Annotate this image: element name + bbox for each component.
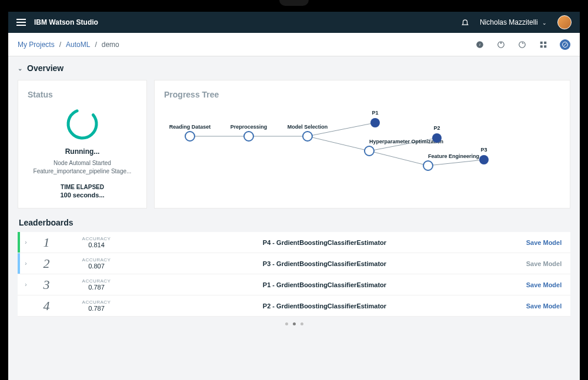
status-panel: Status Running... Node Automal Started F… <box>18 80 147 209</box>
spinner-icon <box>65 106 100 142</box>
svg-point-3 <box>500 42 502 43</box>
grid-icon[interactable] <box>539 40 548 49</box>
svg-line-16 <box>369 151 428 166</box>
accuracy-label: ACCURACY <box>61 300 132 305</box>
svg-point-21 <box>365 146 374 156</box>
breadcrumb: My Projects / AutoML / demo <box>18 41 119 49</box>
svg-point-23 <box>370 118 380 127</box>
save-model-button[interactable]: Save Model <box>517 260 570 267</box>
rank-number: 2 <box>32 256 61 271</box>
status-title: Status <box>28 90 137 99</box>
info-icon[interactable]: i <box>475 40 485 49</box>
node-p2: P2 <box>433 125 440 131</box>
save-model-button[interactable]: Save Model <box>517 239 570 246</box>
stage-line-1: Node Automal Started <box>28 159 137 167</box>
svg-rect-7 <box>540 45 543 48</box>
app-title: IBM Watson Studio <box>34 18 98 26</box>
rank-number: 4 <box>32 298 61 314</box>
running-label: Running... <box>28 147 137 156</box>
leaderboard-row[interactable]: › 4 ACCURACY 0.787 P2 - GrdientBoostingC… <box>18 295 570 317</box>
accuracy-label: ACCURACY <box>61 257 132 263</box>
topbar: IBM Watson Studio Nicholas Mazzitelli ⌄ <box>8 12 580 33</box>
node-feature-eng: Feature Engineering <box>428 153 479 159</box>
svg-rect-8 <box>544 45 546 48</box>
subbar: My Projects / AutoML / demo i <box>8 33 580 56</box>
progress-tree-diagram: Reading Dataset Preprocessing Model Sele… <box>166 104 543 192</box>
model-name: P4 - GrdientBoostingClassifierEstimator <box>132 239 517 246</box>
node-p1: P1 <box>372 110 378 116</box>
avatar[interactable] <box>557 15 572 29</box>
svg-point-19 <box>244 132 253 141</box>
elapsed-value: 100 seconds... <box>28 191 137 199</box>
node-p3: P3 <box>480 147 487 153</box>
expand-icon[interactable]: › <box>20 281 32 288</box>
svg-text:i: i <box>479 42 480 47</box>
notifications-icon[interactable] <box>461 18 469 26</box>
breadcrumb-current: demo <box>102 41 119 49</box>
page-dot[interactable] <box>285 322 288 325</box>
accuracy-value: 0.787 <box>61 284 132 291</box>
user-menu[interactable]: Nicholas Mazzitelli ⌄ <box>480 18 547 26</box>
toolbar: i <box>475 39 570 50</box>
svg-point-22 <box>423 161 433 170</box>
svg-point-10 <box>65 106 100 142</box>
leaderboards-title: Leaderboards <box>19 218 570 227</box>
svg-point-24 <box>432 133 442 143</box>
leaderboard-row[interactable]: › 2 ACCURACY 0.807 P3 - GrdientBoostingC… <box>18 253 570 274</box>
settings-icon[interactable] <box>496 40 506 49</box>
page-dot[interactable] <box>300 322 303 325</box>
stage-line-2: Feature_importance_pipeline Stage... <box>28 167 137 176</box>
model-name: P2 - GrdientBoostingClassifierEstimator <box>132 302 517 310</box>
progress-tree-panel: Progress Tree Reading Dataset <box>154 80 570 209</box>
accuracy-value: 0.787 <box>61 305 132 312</box>
svg-rect-5 <box>540 41 543 43</box>
accuracy-label: ACCURACY <box>61 236 132 241</box>
expand-icon[interactable]: › <box>20 239 32 246</box>
leaderboard-row[interactable]: › 1 ACCURACY 0.814 P4 - GrdientBoostingC… <box>18 232 570 253</box>
svg-rect-6 <box>544 41 546 43</box>
overview-toggle[interactable]: ⌄ Overview <box>18 63 570 73</box>
pagination-dots <box>18 322 570 325</box>
breadcrumb-separator: / <box>59 41 61 49</box>
accuracy-label: ACCURACY <box>61 278 132 284</box>
chevron-down-icon: ⌄ <box>18 65 22 72</box>
chevron-down-icon: ⌄ <box>542 20 547 26</box>
overview-title: Overview <box>27 63 64 73</box>
menu-icon[interactable] <box>16 19 26 26</box>
progress-tree-title: Progress Tree <box>164 90 560 99</box>
accuracy-value: 0.814 <box>61 241 132 248</box>
breadcrumb-mid[interactable]: AutoML <box>66 41 90 49</box>
save-model-button[interactable]: Save Model <box>517 281 570 288</box>
node-model-selection: Model Selection <box>288 124 328 130</box>
page-dot[interactable] <box>293 322 296 325</box>
breadcrumb-root[interactable]: My Projects <box>18 41 55 49</box>
model-name: P3 - GrdientBoostingClassifierEstimator <box>132 260 517 267</box>
svg-point-25 <box>479 155 489 164</box>
username-label: Nicholas Mazzitelli <box>480 18 538 26</box>
elapsed-label: TIME ELAPSED <box>28 184 137 190</box>
add-icon[interactable] <box>560 39 570 50</box>
node-preprocessing: Preprocessing <box>230 124 268 130</box>
expand-icon[interactable]: › <box>20 260 32 267</box>
svg-line-17 <box>428 160 484 166</box>
breadcrumb-separator: / <box>95 41 96 49</box>
model-name: P1 - GrdientBoostingClassifierEstimator <box>132 281 517 288</box>
svg-point-18 <box>185 132 195 141</box>
node-hyperparam: Hyperparameter Optimization <box>369 139 443 144</box>
refresh-icon[interactable] <box>517 40 527 49</box>
svg-line-14 <box>308 136 369 151</box>
rank-number: 3 <box>32 277 61 292</box>
rank-number: 1 <box>32 235 61 250</box>
save-model-button[interactable]: Save Model <box>517 302 570 310</box>
node-reading: Reading Dataset <box>169 124 211 130</box>
leaderboard-row[interactable]: › 3 ACCURACY 0.787 P1 - GrdientBoostingC… <box>18 274 570 295</box>
svg-point-20 <box>303 132 312 141</box>
accuracy-value: 0.807 <box>61 263 132 270</box>
rank-bar <box>18 295 20 316</box>
